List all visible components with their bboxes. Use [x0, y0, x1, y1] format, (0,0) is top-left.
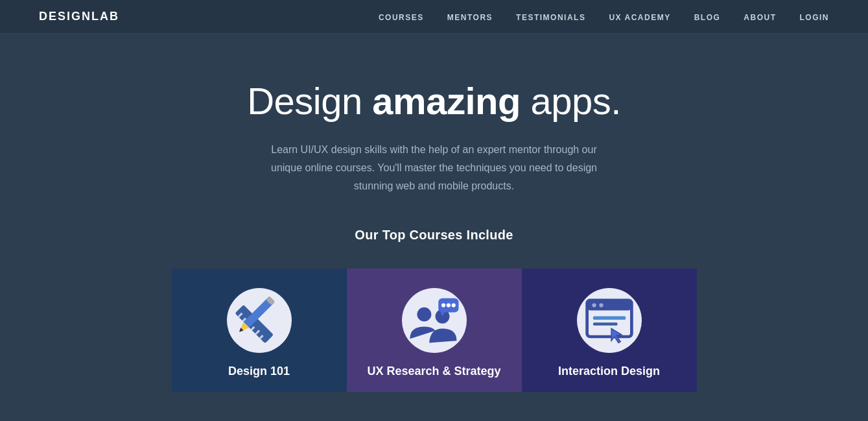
- card-design-101[interactable]: Design 101: [172, 269, 347, 392]
- logo-light: DESIGN: [39, 10, 91, 23]
- logo-bold: LAB: [91, 10, 119, 23]
- card-ux-research-title: UX Research & Strategy: [367, 365, 500, 378]
- card-design-101-title: Design 101: [228, 365, 290, 378]
- svg-rect-23: [593, 322, 618, 326]
- site-logo[interactable]: DESIGNLAB: [39, 10, 119, 23]
- nav-testimonials[interactable]: TESTIMONIALS: [516, 13, 585, 22]
- hero-title-end: apps.: [521, 80, 621, 122]
- svg-point-15: [446, 303, 450, 307]
- ux-icon-circle: [402, 288, 467, 353]
- hero-subtitle: Learn UI/UX design skills with the help …: [263, 141, 606, 195]
- nav-ux-academy[interactable]: UX ACADEMY: [609, 13, 670, 22]
- ux-icon: [402, 288, 467, 353]
- svg-point-11: [417, 307, 431, 322]
- courses-heading: Our Top Courses Include: [355, 228, 513, 243]
- design-icon-circle: [227, 288, 292, 353]
- nav-about[interactable]: ABOUT: [744, 13, 776, 22]
- hero-title: Design amazing apps.: [247, 79, 621, 123]
- navbar: DESIGNLAB COURSES MENTORS TESTIMONIALS U…: [0, 0, 868, 34]
- card-ux-research[interactable]: UX Research & Strategy: [347, 269, 522, 392]
- nav-mentors[interactable]: MENTORS: [447, 13, 493, 22]
- interaction-icon-circle: [577, 288, 642, 353]
- svg-point-21: [599, 303, 603, 307]
- svg-rect-0: [235, 305, 274, 344]
- nav-courses[interactable]: COURSES: [379, 13, 424, 22]
- svg-point-16: [451, 303, 455, 307]
- svg-point-20: [592, 303, 596, 307]
- hero-section: Design amazing apps. Learn UI/UX design …: [0, 34, 868, 421]
- interaction-icon: [577, 288, 642, 353]
- card-interaction-title: Interaction Design: [558, 365, 660, 378]
- nav-login[interactable]: LOGIN: [800, 13, 830, 22]
- courses-cards-row: Design 101: [13, 269, 855, 392]
- svg-point-14: [441, 303, 445, 307]
- hero-title-start: Design: [247, 80, 372, 122]
- nav-links: COURSES MENTORS TESTIMONIALS UX ACADEMY …: [379, 11, 829, 23]
- nav-blog[interactable]: BLOG: [694, 13, 721, 22]
- design-icon: [227, 288, 292, 353]
- card-interaction-design[interactable]: Interaction Design: [522, 269, 697, 392]
- hero-title-bold: amazing: [372, 80, 521, 122]
- svg-rect-24: [593, 317, 626, 320]
